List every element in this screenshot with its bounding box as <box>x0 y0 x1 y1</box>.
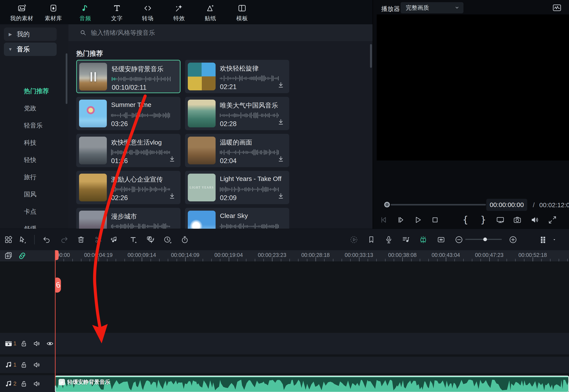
snapshot-button[interactable] <box>512 215 523 225</box>
play-button[interactable] <box>413 215 423 225</box>
text-tool-icon[interactable] <box>128 235 138 244</box>
music-card[interactable]: 欢快惬意生活vlog 01:26 <box>76 134 180 167</box>
quality-dropdown[interactable]: 完整画质 <box>401 2 464 13</box>
video-track-row[interactable]: 1 <box>0 333 569 354</box>
sidebar-item-cat-4[interactable]: 轻快 <box>24 151 36 168</box>
timeline-zoom-slider[interactable] <box>465 239 502 240</box>
speech-to-text-icon[interactable] <box>146 235 155 244</box>
stop-button[interactable] <box>430 215 440 225</box>
split-button[interactable] <box>94 235 103 244</box>
player-scrubber-track[interactable] <box>391 204 486 206</box>
download-icon[interactable] <box>277 155 285 163</box>
voiceover-mic-icon[interactable] <box>384 235 394 244</box>
add-track-icon[interactable] <box>4 251 13 261</box>
zoom-in-button[interactable] <box>508 235 518 244</box>
search-bar: 全部 <box>69 24 373 41</box>
player-scrubber-handle[interactable] <box>384 202 390 207</box>
zoom-slider-handle[interactable] <box>483 238 487 241</box>
audio-mixer-icon[interactable] <box>401 235 410 244</box>
mark-in-button[interactable]: { <box>460 215 471 225</box>
mute-speaker-icon[interactable] <box>33 340 41 348</box>
timeline-tracks-area: 1 1 2 轻缓安静背景音乐 <box>0 261 569 392</box>
music-card[interactable]: 温暖的画面 02:04 <box>185 134 289 167</box>
track-manage-icon[interactable] <box>538 235 547 244</box>
download-icon[interactable] <box>277 118 285 126</box>
mute-speaker-icon[interactable] <box>33 361 41 369</box>
zoom-out-button[interactable] <box>454 235 464 244</box>
toolbar-divider <box>34 235 35 244</box>
audio-track-row[interactable]: 1 <box>0 357 569 373</box>
playhead-grip[interactable]: 6 <box>56 278 61 293</box>
lock-icon[interactable] <box>20 380 28 388</box>
music-thumbnail <box>79 211 107 229</box>
timer-icon[interactable] <box>180 235 190 244</box>
download-icon[interactable] <box>168 192 176 200</box>
beat-detect-icon[interactable] <box>110 235 119 244</box>
pause-icon[interactable] <box>90 72 96 82</box>
nav-tab-library[interactable]: 素材库 <box>38 2 69 23</box>
templates-icon <box>227 2 257 13</box>
music-card[interactable]: 激励人心企业宣传 02:26 <box>76 171 180 204</box>
nav-tab-stickers[interactable]: 贴纸 <box>195 2 225 23</box>
quality-label: 完整画质 <box>406 4 429 12</box>
playhead-line[interactable] <box>55 250 56 386</box>
music-card[interactable]: 轻缓安静背景音乐 00:10/02:11 <box>76 60 180 93</box>
music-card[interactable]: 漫步城市 <box>76 208 180 229</box>
music-card[interactable]: Summer Time 03:26 <box>76 97 180 130</box>
music-card[interactable]: Clear Sky <box>185 208 289 229</box>
prev-frame-button[interactable] <box>378 215 389 225</box>
smart-edit-icon[interactable] <box>419 235 428 244</box>
mute-speaker-icon[interactable] <box>33 380 41 388</box>
music-card[interactable]: LIGHT YEARSLight Years - Take Off 02:09 <box>185 171 289 204</box>
next-frame-button[interactable] <box>396 215 406 225</box>
fullscreen-button[interactable] <box>547 215 558 225</box>
download-icon[interactable] <box>277 192 285 200</box>
fit-timeline-icon[interactable] <box>436 235 446 244</box>
search-input[interactable] <box>90 29 242 37</box>
mark-out-button[interactable]: } <box>478 215 488 225</box>
audio-clip[interactable]: 轻缓安静背景音乐 <box>55 376 569 392</box>
music-card[interactable]: 唯美大气中国风音乐 02:28 <box>185 97 289 130</box>
nav-tab-text[interactable]: 文字 <box>102 2 132 23</box>
eye-visibility-icon[interactable] <box>46 340 54 348</box>
playhead-top-marker[interactable] <box>55 250 58 260</box>
sidebar-item-cat-1[interactable]: 党政 <box>24 100 36 117</box>
download-icon[interactable] <box>277 81 285 89</box>
redo-button[interactable] <box>59 235 69 244</box>
scopes-icon[interactable] <box>552 3 562 13</box>
nav-tab-transition[interactable]: 转场 <box>133 2 163 23</box>
sidebar-item-cat-7[interactable]: 卡点 <box>24 203 36 220</box>
sidebar-group-mine[interactable]: ▶ 我的 <box>4 28 57 41</box>
volume-button[interactable] <box>530 215 540 225</box>
auto-ripple-link-icon[interactable] <box>17 251 27 261</box>
speed-icon[interactable] <box>163 235 172 244</box>
track-manage-caret[interactable] <box>550 235 559 244</box>
sidebar-item-cat-2[interactable]: 轻音乐 <box>24 117 43 134</box>
my-media-icon <box>7 2 37 13</box>
music-title: 欢快轻松旋律 <box>220 64 259 73</box>
nav-tab-templates[interactable]: 模板 <box>227 2 257 23</box>
video-preview[interactable] <box>377 14 569 160</box>
timeline-ruler[interactable]: 00:0000:00:04:1900:00:09:1400:00:14:0900… <box>0 250 569 261</box>
marker-icon[interactable] <box>366 235 376 244</box>
sidebar-scrollbar[interactable] <box>66 53 67 104</box>
lock-icon[interactable] <box>20 361 28 369</box>
lock-icon[interactable] <box>20 340 28 348</box>
sidebar-group-music[interactable]: ▼ 音乐 <box>4 42 57 56</box>
sidebar-item-hot[interactable]: 热门推荐 <box>24 82 49 100</box>
nav-tab-effects[interactable]: 特效 <box>164 2 194 23</box>
download-icon[interactable] <box>168 155 176 163</box>
library-scrollbar[interactable] <box>370 44 372 68</box>
render-preview-icon[interactable] <box>349 235 359 244</box>
nav-tab-audio[interactable]: 音频 <box>70 2 100 23</box>
nav-tab-my-media[interactable]: 我的素材 <box>7 2 37 23</box>
music-card[interactable]: 欢快轻松旋律 02:21 <box>185 60 289 93</box>
asset-panel-icon[interactable] <box>4 235 13 244</box>
sidebar-item-cat-3[interactable]: 科技 <box>24 134 36 151</box>
display-mode-button[interactable] <box>495 215 506 225</box>
delete-button[interactable] <box>76 235 86 244</box>
undo-button[interactable] <box>42 235 51 244</box>
sidebar-item-cat-6[interactable]: 国风 <box>24 186 36 203</box>
select-tool-icon[interactable] <box>17 235 27 244</box>
sidebar-item-cat-5[interactable]: 旅行 <box>24 168 36 186</box>
